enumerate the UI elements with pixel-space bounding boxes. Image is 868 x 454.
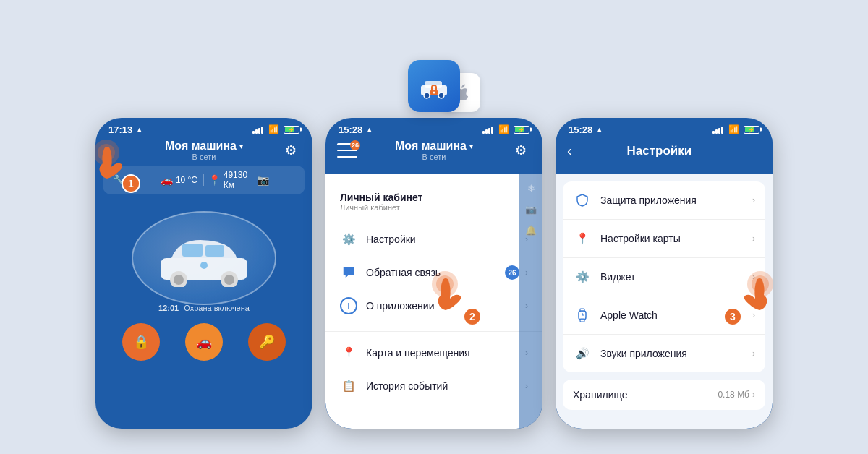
phones-container: 17:13 ▲ 📶 ⚡ — [74, 118, 794, 429]
feedback-menu-icon — [340, 264, 357, 281]
gear-button-1[interactable]: ⚙ — [281, 140, 301, 160]
car-svg-1 — [146, 229, 262, 287]
bolt-3: ⚡ — [748, 127, 755, 133]
shield-icon — [576, 194, 589, 207]
protection-icon — [573, 191, 592, 210]
action-btn-1[interactable]: 🔒 — [122, 323, 160, 361]
protection-label: Защита приложения — [600, 194, 752, 206]
settings-menu-icon: ⚙️ — [340, 231, 357, 248]
car-status-2: В сети — [422, 153, 446, 161]
storage-label: Хранилище — [573, 389, 718, 401]
menu-item-about[interactable]: i О приложении › — [326, 289, 542, 322]
signal-bar-4 — [261, 127, 263, 134]
gear-button-2[interactable]: ⚙ — [511, 140, 531, 160]
phone-2: 15:28 ▲ 📶 ⚡ — [326, 118, 542, 429]
svg-point-6 — [95, 140, 119, 166]
menu-item-history[interactable]: 📋 История событий › — [326, 369, 542, 403]
stat-divider-1 — [156, 174, 156, 186]
menu-section1-title: Личный кабинет — [340, 192, 528, 203]
settings-panel-3: Защита приложения › 📍 Настройки карты › … — [556, 174, 773, 429]
settings-header-3: ‹ Настройки — [556, 138, 773, 166]
mileage-icon: 📍 — [208, 174, 221, 186]
settings-item-widget[interactable]: ⚙️ Виджет › — [563, 258, 765, 296]
sounds-label: Звуки приложения — [600, 348, 752, 359]
security-time-1: 12:01 — [158, 304, 179, 312]
svg-point-3 — [438, 93, 444, 98]
car-name-2: Моя машина — [395, 140, 467, 153]
action-btn-3[interactable]: 🔑 — [248, 323, 286, 361]
phone-header-1: 1 Моя машина ▾ В сети ⚙ — [95, 138, 312, 166]
stats-row-1: 🔧 🚗 10 °C 📍 49130 Км 📷 — [103, 166, 305, 194]
feedback-badge: 26 — [505, 265, 519, 280]
temp-icon: 🚗 — [161, 174, 173, 186]
menu-section1-sub: Личный кабинет — [340, 203, 528, 212]
car-name-row-1: Моя машина ▾ — [165, 140, 243, 153]
menu-item-settings[interactable]: ⚙️ Настройки › — [326, 223, 542, 256]
back-button-3[interactable]: ‹ — [567, 142, 572, 159]
settings-item-protection[interactable]: Защита приложения › — [563, 181, 765, 220]
svg-point-11 — [174, 275, 184, 285]
storage-chevron: › — [752, 390, 755, 400]
apple-watch-label: Apple Watch — [600, 309, 752, 321]
time-label-3: 15:28 — [569, 124, 592, 135]
wifi-icon-2: 📶 — [498, 124, 509, 134]
map-menu-icon: 📍 — [340, 344, 357, 361]
apple-watch-icon — [573, 306, 592, 325]
action-icon-1: 🔒 — [133, 334, 149, 350]
status-icons-3: 📶 ⚡ — [712, 124, 760, 134]
chevron-down-2[interactable]: ▾ — [469, 142, 473, 150]
menu-line-3 — [337, 156, 357, 158]
app-icon-container — [408, 60, 460, 112]
top-icons-area — [0, 0, 868, 112]
menu-section-2: 📍 Карта и перемещения › 📋 История событи… — [326, 336, 542, 403]
security-text-1: Охрана включена — [184, 304, 250, 312]
strip-icon-1: ❄ — [527, 183, 535, 194]
menu-divider-1 — [326, 218, 542, 218]
settings-menu-label: Настройки — [366, 234, 525, 245]
phone-3: 15:28 ▲ 📶 ⚡ ‹ Настройки — [556, 118, 773, 429]
chevron-down-1[interactable]: ▾ — [239, 142, 243, 150]
protection-chevron: › — [752, 195, 755, 205]
signal-bars-3 — [712, 125, 723, 134]
time-3: 15:28 ▲ — [569, 124, 603, 135]
bottom-buttons-1: 🔒 🚗 🔑 — [95, 316, 312, 372]
menu-item-feedback[interactable]: Обратная связь 26 › — [326, 256, 542, 289]
menu-section-1: ⚙️ Настройки › Обратная связь 26 › i — [326, 223, 542, 322]
security-status-1: 12:01 Охрана включена — [158, 304, 250, 312]
signal-bar-3 — [258, 128, 260, 134]
signal-bars-2 — [482, 125, 493, 134]
menu-item-map[interactable]: 📍 Карта и перемещения › — [326, 336, 542, 369]
menu-panel-2: Личный кабинет Личный кабинет ⚙️ Настрой… — [326, 174, 542, 429]
car-name-row-2: Моя машина ▾ — [395, 140, 473, 153]
settings-title-3: Настройки — [578, 144, 741, 158]
action-icon-2: 🚗 — [196, 334, 212, 350]
apple-watch-chevron: › — [752, 310, 755, 320]
settings-item-storage[interactable]: Хранилище 0.18 Мб › — [563, 380, 765, 410]
time-label-1: 17:13 — [109, 124, 132, 135]
sounds-chevron: › — [752, 348, 755, 359]
car-name-block-2: Моя машина ▾ В сети — [357, 140, 511, 161]
car-image-area-1: 12:01 Охрана включена — [103, 200, 305, 316]
signal-bar-2 — [255, 129, 258, 134]
about-menu-icon: i — [340, 297, 357, 314]
status-bar-3: 15:28 ▲ 📶 ⚡ — [556, 118, 773, 138]
action-btn-2[interactable]: 🚗 — [185, 323, 223, 361]
wifi-icon-3: 📶 — [728, 124, 739, 134]
menu-button-2[interactable]: 26 — [337, 143, 357, 158]
menu-label-block: Личный кабинет Личный кабинет — [326, 186, 542, 213]
car-name-1: Моя машина — [165, 140, 237, 153]
mileage-value-1: 49130 Км — [224, 170, 247, 190]
settings-item-apple-watch[interactable]: Apple Watch › — [563, 296, 765, 335]
settings-item-map[interactable]: 📍 Настройки карты › — [563, 220, 765, 258]
map-settings-chevron: › — [752, 234, 755, 244]
status-bar-2: 15:28 ▲ 📶 ⚡ — [326, 118, 542, 138]
strip-icon-3: 🔔 — [525, 225, 537, 236]
action-icon-3: 🔑 — [259, 334, 275, 350]
svg-point-13 — [224, 275, 234, 285]
widget-chevron: › — [752, 272, 755, 282]
phone-header-2: 26 Моя машина ▾ В сети ⚙ — [326, 138, 542, 166]
time-label-2: 15:28 — [339, 124, 362, 135]
history-menu-icon: 📋 — [340, 377, 357, 395]
settings-item-sounds[interactable]: 🔊 Звуки приложения › — [563, 335, 765, 372]
widget-label: Виджет — [600, 271, 752, 283]
